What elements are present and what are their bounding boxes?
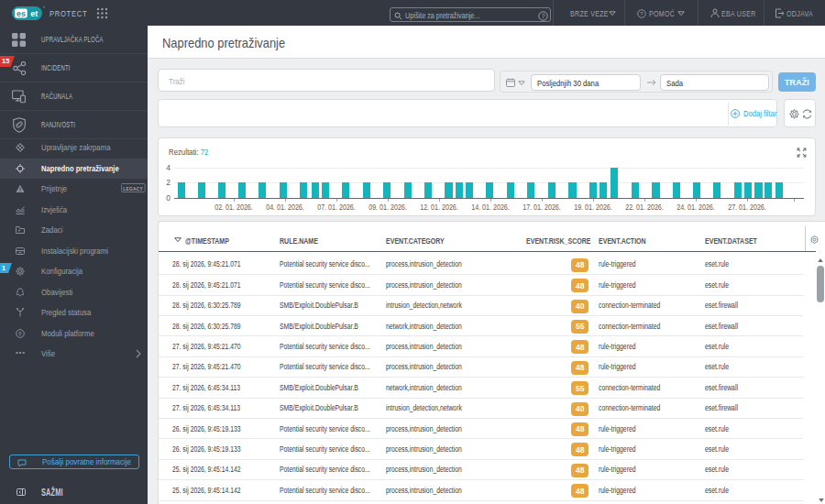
- svg-text:es: es: [16, 9, 26, 18]
- svg-text:?: ?: [542, 13, 545, 19]
- svg-text:?: ?: [640, 11, 644, 16]
- svg-text:et: et: [30, 9, 38, 18]
- svg-text:e: e: [18, 330, 22, 336]
